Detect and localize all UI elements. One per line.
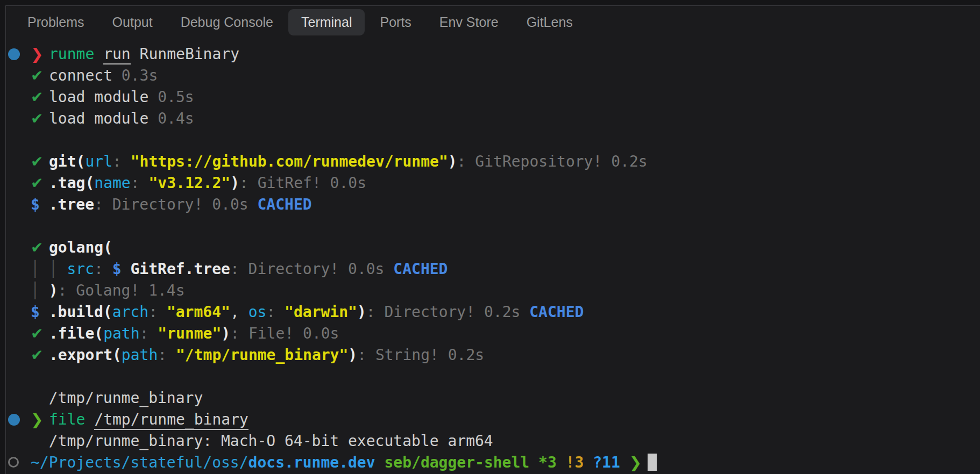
tab-output[interactable]: Output [100,9,166,35]
terminal-line: ~/Projects/stateful/oss/docs.runme.dev s… [6,452,980,473]
terminal-text-segment: Directory! 0.0s [112,196,258,213]
terminal-text-segment: ✔ [31,65,49,87]
terminal-text-segment: $ [112,260,131,278]
terminal-text-segment: os [248,303,267,321]
command-decoration-dot[interactable] [8,414,20,426]
terminal-text-segment: seb/dagger-shell [384,454,538,471]
terminal-text-segment: │ [31,282,49,299]
terminal-text-segment: connect [49,67,122,84]
terminal-text-segment: 0.3s [122,67,158,84]
terminal-text-segment: String! 0.2s [375,346,484,364]
terminal-text-segment: name [94,174,130,192]
terminal-text-segment: 0.4s [158,110,194,127]
terminal-text-segment: ) [357,303,366,321]
terminal-line: ✔ .file(path: "runme"): File! 0.0s [6,323,980,344]
terminal-text-segment: : [266,303,285,321]
terminal-text-segment: .tag( [49,174,94,192]
terminal-text-segment: : [131,174,149,192]
terminal-text-segment: "/tmp/runme_binary" [176,346,348,364]
terminal-text-segment: ✔ [31,108,49,130]
terminal-view[interactable]: ❯ runme run RunmeBinary✔ connect 0.3s✔ l… [6,44,980,473]
terminal-text-segment: File! 0.0s [248,325,339,342]
terminal-text-segment: "runme" [158,325,221,342]
command-decoration-dot[interactable] [8,48,20,60]
terminal-text-segment: ✔ [31,344,49,366]
terminal-text-segment: : [140,325,158,342]
terminal-line: ✔ .tag(name: "v3.12.2"): GitRef! 0.0s [6,173,980,194]
terminal-text-segment: ) [448,153,457,170]
terminal-text-segment: .export( [49,346,122,364]
terminal-text-segment: arch [112,303,148,321]
terminal-text-segment: .tree [49,196,94,213]
terminal-text-segment: .file( [49,325,103,342]
terminal-text-segment: git( [49,153,85,170]
terminal-text-segment: │ │ [31,260,67,278]
terminal-text-segment: CACHED [529,303,584,321]
terminal-text-segment: ✔ [31,237,49,258]
tab-terminal[interactable]: Terminal [288,9,365,35]
terminal-text-segment: golang( [49,239,112,256]
terminal-text-segment: : [158,346,176,364]
terminal-text-segment: : [357,346,375,364]
terminal-text-segment: src [67,260,94,278]
terminal-text-segment [375,454,385,471]
terminal-text-segment: ❯ [31,44,49,65]
tab-ports[interactable]: Ports [367,9,424,35]
terminal-line: $ .tree: Directory! 0.0s CACHED [6,194,980,216]
terminal-link[interactable]: docs.runme.dev [248,454,375,471]
terminal-text-segment: 0.5s [158,88,194,106]
terminal-link[interactable]: "https://github.com/runmedev/runme" [131,153,448,170]
tab-problems[interactable]: Problems [15,9,97,35]
terminal-line: /tmp/runme_binary [6,387,980,409]
terminal-text-segment: RunmeBinary [131,45,239,63]
terminal-text-segment: ) [230,174,239,192]
terminal-line: ✔ git(url: "https://github.com/runmedev/… [6,151,980,173]
terminal-text-segment: ✔ [31,87,49,108]
terminal-link[interactable]: run [103,45,131,64]
terminal-line: ✔ load module 0.4s [6,108,980,130]
terminal-text-segment: /tmp/runme_binary [31,389,203,407]
terminal-line: ❯ runme run RunmeBinary [6,44,980,65]
terminal-text-segment: Directory! 0.0s [248,260,394,278]
terminal-text-segment: path [103,325,139,342]
terminal-text-segment: "arm64" [167,303,230,321]
terminal-text-segment: "v3.12.2" [148,174,230,192]
terminal-text-segment: GitRef! 0.0s [258,174,366,192]
terminal-text-segment: $ [31,196,49,213]
terminal-text-segment: CACHED [257,196,311,213]
terminal-text-segment: path [122,346,158,364]
terminal-link[interactable]: /tmp/runme_binary [94,411,248,430]
terminal-text-segment: : [112,153,131,170]
terminal-text-segment: ❯ [629,452,648,473]
terminal-line: /tmp/runme_binary: Mach-O 64-bit executa… [6,430,980,452]
command-prompt-dot[interactable] [8,457,19,468]
terminal-text-segment: file [49,411,94,428]
terminal-line: │ │ src: $ GitRef.tree: Directory! 0.0s … [6,258,980,280]
terminal-line: ✔ connect 0.3s [6,65,980,87]
terminal-text-segment: Directory! 0.2s [385,303,530,321]
bottom-panel: ProblemsOutputDebug ConsoleTerminalPorts… [5,5,980,474]
terminal-line [6,130,980,151]
terminal-text-segment: : [457,153,475,170]
terminal-text-segment: *3 [538,454,566,471]
terminal-text-segment: runme [49,45,103,63]
terminal-text-segment: GitRepository! 0.2s [475,153,647,170]
terminal-line: ✔ load module 0.5s [6,87,980,108]
terminal-line: $ .build(arch: "arm64", os: "darwin"): D… [6,301,980,323]
terminal-text-segment: : [239,174,258,192]
terminal-text-segment: : [148,303,167,321]
terminal-line: │ ): Golang! 1.4s [6,280,980,301]
terminal-cursor [648,454,657,471]
terminal-text-segment: $ [31,303,49,321]
tab-gitlens[interactable]: GitLens [514,9,586,35]
terminal-text-segment: !3 [566,454,593,471]
terminal-text-segment: : [58,282,76,299]
tab-env-store[interactable]: Env Store [427,9,512,35]
tab-debug-console[interactable]: Debug Console [168,9,286,35]
terminal-text-segment: load module [49,110,158,127]
terminal-line: ✔ golang( [6,237,980,258]
terminal-text-segment: url [85,153,112,170]
terminal-line [6,366,980,387]
terminal-text-segment: ❯ [31,409,49,430]
terminal-text-segment: /tmp/runme_binary: Mach-O 64-bit executa… [31,432,493,450]
